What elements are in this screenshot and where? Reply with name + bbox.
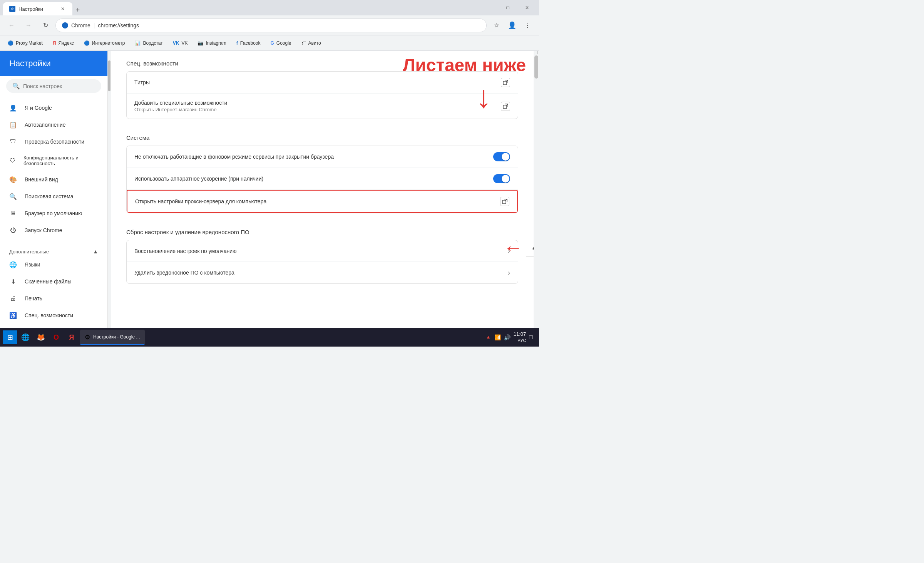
external-link-icon-2[interactable] (501, 102, 510, 111)
taskbar: ⊞ 🌐 🦊 O Я ⚙ Настройки - Google ... 🔺 📶 🔊… (0, 328, 539, 347)
sidebar-nav: 👤 Я и Google 📋 Автозаполнение 🛡 Проверка… (0, 96, 107, 328)
firefox-icon: 🦊 (37, 333, 45, 342)
sidebar-item-default-browser[interactable]: 🖥 Браузер по умолчанию (0, 205, 107, 222)
advanced-collapse-icon[interactable]: ▲ (93, 248, 98, 255)
bookmark-internetometer[interactable]: 🔵 Интернетометр (79, 39, 130, 47)
hardware-acceleration-row[interactable]: Использовать аппаратное ускорение (при н… (127, 168, 518, 190)
profile-button[interactable]: 👤 (505, 18, 519, 32)
sidebar-item-label: Я и Google (25, 105, 52, 111)
taskbar-firefox[interactable]: 🦊 (34, 330, 48, 344)
hardware-title: Использовать аппаратное ускорение (при н… (134, 176, 487, 182)
sidebar-item-languages[interactable]: 🌐 Языки (0, 256, 107, 273)
maximize-button[interactable]: □ (499, 2, 517, 14)
sidebar-item-search[interactable]: 🔍 Поисковая система (0, 188, 107, 205)
captions-row[interactable]: Титры (127, 72, 518, 94)
taskbar-active-app[interactable]: ⚙ Настройки - Google ... (80, 330, 145, 345)
minimize-button[interactable]: ─ (480, 2, 497, 14)
sidebar-item-system[interactable]: 🔧 Система (0, 324, 107, 328)
external-link-icon[interactable] (501, 78, 510, 87)
active-tab[interactable]: ⚙ Настройки ✕ (3, 2, 72, 15)
content-scrollbar[interactable] (534, 51, 539, 328)
content-area: Листаем ниже ↓ Спец. возможности Титры (111, 51, 534, 328)
background-toggle[interactable] (493, 152, 510, 161)
menu-button[interactable]: ⋮ (521, 18, 534, 32)
taskbar-time: 11:07 РУС (514, 331, 526, 344)
restore-defaults-row[interactable]: Восстановление настроек по умолчанию › (127, 240, 518, 262)
sidebar-search-area: 🔍 Поиск настроек (0, 76, 107, 96)
opera-icon: O (54, 333, 59, 342)
captions-action[interactable] (501, 78, 510, 87)
sidebar-item-autofill[interactable]: 📋 Автозаполнение (0, 116, 107, 133)
back-button[interactable]: ← (5, 18, 18, 32)
sidebar-item-label: Внешний вид (25, 176, 58, 183)
taskbar-tray: 🔺 📶 🔊 11:07 РУС □ (482, 331, 536, 344)
malware-action[interactable]: › (508, 269, 510, 277)
sidebar-item-security[interactable]: 🛡 Проверка безопасности (0, 133, 107, 150)
sidebar-item-label: Запуск Chrome (25, 227, 62, 233)
proxy-settings-row[interactable]: Открыть настройки прокси-сервера для ком… (127, 190, 518, 213)
start-button[interactable]: ⊞ (3, 330, 17, 344)
scroll-top-indicator (537, 51, 538, 54)
reset-card: Восстановление настроек по умолчанию › У… (126, 240, 518, 284)
sidebar-item-accessibility[interactable]: ♿ Спец. возможности (0, 307, 107, 324)
bookmark-instagram[interactable]: 📷 Instagram (193, 39, 231, 47)
proxy-action[interactable] (500, 197, 509, 206)
close-button[interactable]: ✕ (518, 2, 536, 14)
sidebar-item-downloads[interactable]: ⬇ Скаченные файлы (0, 273, 107, 290)
toggle-hardware[interactable] (493, 174, 510, 183)
windows-start-icon: ⊞ (7, 333, 13, 342)
forward-button[interactable]: → (22, 18, 35, 32)
sidebar-item-startup[interactable]: ⏻ Запуск Chrome (0, 222, 107, 239)
lang-display: РУС (514, 338, 526, 343)
restore-action[interactable]: › (508, 247, 510, 255)
bookmark-avito[interactable]: 🏷 Авито (297, 39, 326, 47)
external-icon-svg-2 (503, 104, 508, 109)
bookmark-facebook[interactable]: f Facebook (232, 39, 265, 47)
system-card: Не отключать работающие в фоновом режиме… (126, 146, 518, 213)
google-label: Google (276, 40, 291, 46)
bookmark-wordstat[interactable]: 📊 Вордстат (130, 39, 167, 47)
sidebar-scrollbar[interactable] (108, 51, 111, 328)
add-accessibility-row[interactable]: Добавить специальные возможности Открыть… (127, 94, 518, 119)
print-icon: 🖨 (9, 295, 17, 302)
toggle-background[interactable] (493, 152, 510, 161)
sidebar-wrapper: Настройки 🔍 Поиск настроек 👤 Я и G (0, 51, 111, 328)
address-bar[interactable]: Chrome | chrome://settings (55, 18, 487, 32)
remove-malware-row[interactable]: Удалить вредоносное ПО с компьютера › (127, 262, 518, 283)
address-favicon (62, 22, 68, 28)
sidebar-item-print[interactable]: 🖨 Печать (0, 290, 107, 307)
taskbar-ie[interactable]: 🌐 (18, 330, 32, 344)
address-brand: Chrome (71, 22, 90, 28)
toggle-knob-2 (502, 175, 509, 183)
sidebar-item-me-google[interactable]: 👤 Я и Google (0, 99, 107, 116)
sidebar-item-privacy[interactable]: 🛡 Конфиденциальность и безопасность (0, 150, 107, 171)
bookmark-yandex[interactable]: Я Яндекс (48, 39, 79, 47)
bookmark-google[interactable]: G Google (266, 39, 296, 47)
bookmark-vk[interactable]: VK VK (168, 39, 192, 47)
tray-arrow-icon[interactable]: 🔺 (485, 335, 491, 340)
captions-title: Титры (134, 79, 495, 85)
restore-text: Восстановление настроек по умолчанию (134, 248, 502, 254)
add-accessibility-action[interactable] (501, 102, 510, 111)
toggle-knob (502, 153, 509, 161)
title-bar: ⚙ Настройки ✕ + ─ □ ✕ (0, 0, 539, 15)
bookmark-button[interactable]: ☆ (490, 18, 504, 32)
tab-close-button[interactable]: ✕ (59, 5, 66, 12)
refresh-button[interactable]: ↻ (38, 18, 52, 32)
advanced-label: Дополнительные (9, 249, 49, 255)
proxy-external-icon[interactable] (500, 197, 509, 206)
notification-icon[interactable]: □ (529, 334, 533, 341)
sidebar-scroll-thumb (108, 60, 110, 91)
search-bar[interactable]: 🔍 Поиск настроек (6, 79, 101, 93)
ie-icon: 🌐 (21, 333, 30, 342)
taskbar-yandex[interactable]: Я (65, 330, 79, 344)
taskbar-opera[interactable]: O (49, 330, 63, 344)
background-services-row[interactable]: Не отключать работающие в фоновом режиме… (127, 146, 518, 168)
background-title: Не отключать работающие в фоновом режиме… (134, 154, 487, 160)
bookmark-proxy-market[interactable]: 🔵 Proxy.Market (3, 39, 47, 47)
add-accessibility-text: Добавить специальные возможности Открыть… (134, 100, 495, 112)
search-icon: 🔍 (12, 82, 20, 90)
sidebar-item-appearance[interactable]: 🎨 Внешний вид (0, 171, 107, 188)
hardware-toggle[interactable] (493, 174, 510, 183)
new-tab-button[interactable]: + (72, 5, 83, 15)
